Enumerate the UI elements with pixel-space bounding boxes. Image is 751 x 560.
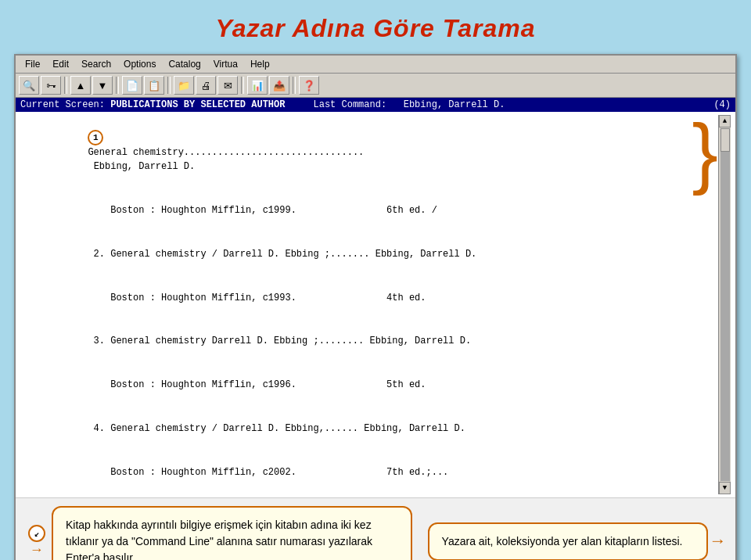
scrollbar[interactable]: ▲ ▼: [718, 115, 731, 494]
result-1-pub: Boston : Houghton Mifflin, c1999. 6th ed…: [20, 188, 692, 232]
callout-left-circle: ↙: [28, 525, 45, 542]
last-command-value: Ebbing, Darrell D.: [404, 99, 505, 110]
page-title: Yazar Adına Göre Tarama: [0, 0, 751, 54]
menu-catalog[interactable]: Catalog: [162, 57, 207, 71]
scrollbar-track[interactable]: [720, 128, 730, 481]
toolbar-sep-2: [116, 77, 119, 94]
toolbar-mail-btn[interactable]: ✉: [217, 76, 238, 95]
callout-right-arrow: →: [713, 532, 723, 551]
result-1-title: General chemistry.......................…: [88, 147, 364, 158]
bracket-right: }: [692, 119, 718, 185]
menu-virtua[interactable]: Virtua: [207, 57, 244, 71]
callout-left: Kitap hakkında ayrıntılı bilgiye erişmek…: [52, 506, 412, 560]
callout-left-text: Kitap hakkında ayrıntılı bilgiye erişmek…: [66, 519, 372, 560]
toolbar-chart-btn[interactable]: 📊: [247, 76, 268, 95]
toolbar-search-btn[interactable]: 🔍: [19, 76, 39, 95]
results-area: 1 General chemistry.....................…: [16, 112, 735, 497]
toolbar-sep-5: [293, 77, 296, 94]
menu-file[interactable]: File: [19, 57, 46, 71]
application-window: File Edit Search Options Catalog Virtua …: [14, 54, 737, 560]
result-2-pub: Boston : Houghton Mifflin, c1993. 4th ed…: [20, 276, 692, 320]
item-number-1: 1: [88, 130, 103, 145]
toolbar-sep-4: [241, 77, 244, 94]
callout-right-text: Yazara ait, koleksiyonda yer alan kitapl…: [442, 535, 683, 547]
toolbar-export-btn[interactable]: 📤: [269, 76, 289, 95]
menu-bar: File Edit Search Options Catalog Virtua …: [16, 56, 735, 74]
callout-section: ↙ → Kitap hakkında ayrıntılı bilgiye eri…: [16, 497, 735, 560]
table-row[interactable]: 2. General chemistry / Darrell D. Ebbing…: [20, 232, 692, 276]
status-text: Current Screen: PUBLICATIONS BY SELECTED…: [20, 99, 505, 110]
scroll-up-btn[interactable]: ▲: [719, 115, 731, 127]
toolbar-sep-3: [167, 77, 171, 94]
callout-left-arrow: →: [33, 542, 41, 558]
content-area: Current Screen: PUBLICATIONS BY SELECTED…: [16, 98, 735, 560]
menu-help[interactable]: Help: [244, 57, 276, 71]
toolbar-doc-btn[interactable]: 📄: [122, 76, 142, 95]
toolbar-key-btn[interactable]: 🗝: [41, 76, 61, 95]
toolbar-help-btn[interactable]: ❓: [299, 76, 319, 95]
current-screen-value: PUBLICATIONS BY SELECTED AUTHOR: [110, 99, 285, 110]
last-command-label: Last Command:: [313, 99, 397, 110]
table-row[interactable]: 1 General chemistry.....................…: [20, 115, 692, 188]
scrollbar-thumb[interactable]: [720, 128, 730, 152]
table-row[interactable]: 3. General chemistry Darrell D. Ebbing ;…: [20, 320, 692, 364]
results-wrapper: 1 General chemistry.....................…: [16, 112, 735, 560]
toolbar-print-btn[interactable]: 🖨: [196, 76, 216, 95]
table-row[interactable]: 4. General chemistry / Darrell D. Ebbing…: [20, 407, 692, 451]
scroll-down-btn[interactable]: ▼: [719, 482, 731, 494]
result-1-author: Ebbing, Darrell D.: [94, 161, 196, 172]
toolbar-up-btn[interactable]: ▲: [70, 76, 91, 95]
callout-right: Yazara ait, koleksiyonda yer alan kitapl…: [428, 522, 708, 560]
toolbar: 🔍 🗝 ▲ ▼ 📄 📋 📁 🖨 ✉ 📊 📤 ❓: [16, 74, 735, 98]
toolbar-folder-btn[interactable]: 📁: [174, 76, 194, 95]
toolbar-sep-1: [64, 77, 67, 94]
result-3-pub: Boston : Houghton Mifflin, c1996. 5th ed…: [20, 364, 692, 407]
results-text: 1 General chemistry.....................…: [20, 115, 692, 494]
menu-edit[interactable]: Edit: [46, 57, 75, 71]
menu-search[interactable]: Search: [75, 57, 117, 71]
current-screen-label: Current Screen:: [20, 99, 110, 110]
status-bar: Current Screen: PUBLICATIONS BY SELECTED…: [16, 98, 735, 112]
toolbar-down-btn[interactable]: ▼: [92, 76, 113, 95]
menu-options[interactable]: Options: [117, 57, 162, 71]
toolbar-copy-btn[interactable]: 📋: [144, 76, 164, 95]
result-4-pub: Boston : Houghton Mifflin, c2002. 7th ed…: [20, 451, 692, 494]
